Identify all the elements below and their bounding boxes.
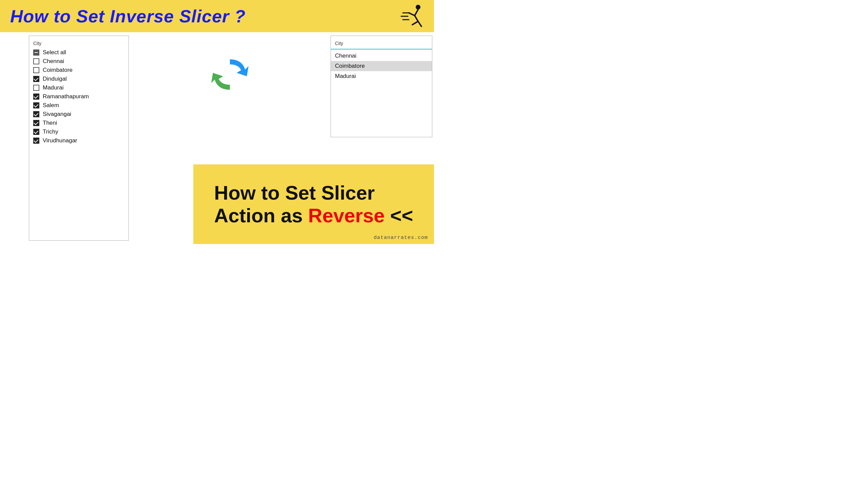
- checkbox-coimbatore[interactable]: [33, 67, 39, 73]
- item-label: Salem: [43, 102, 59, 109]
- checkbox-salem[interactable]: [33, 102, 39, 108]
- item-label: Sivagangai: [43, 111, 71, 118]
- left-slicer-title: City: [29, 39, 129, 48]
- item-label: Trichy: [43, 128, 58, 135]
- checkbox-ramanathapuram[interactable]: [33, 94, 39, 100]
- main-content: City Select all Chennai Coimbatore Dindu…: [0, 32, 434, 244]
- item-label: Select all: [43, 49, 66, 56]
- item-label: Madurai: [43, 84, 63, 91]
- list-item[interactable]: Coimbatore: [29, 66, 129, 75]
- checkbox-virudhunagar[interactable]: [33, 138, 39, 144]
- header-title: How to Set Inverse Slicer ?: [10, 6, 246, 26]
- list-item[interactable]: Select all: [29, 48, 129, 57]
- bottom-line2: Action as Reverse <<: [214, 204, 413, 226]
- item-label: Ramanathapuram: [43, 93, 89, 100]
- item-label: Theni: [43, 120, 57, 126]
- header-banner: How to Set Inverse Slicer ?: [0, 0, 434, 32]
- svg-point-0: [416, 5, 420, 9]
- list-item[interactable]: Salem: [29, 101, 129, 110]
- svg-line-3: [415, 16, 418, 21]
- list-item[interactable]: Madurai: [331, 71, 432, 81]
- list-item[interactable]: Sivagangai: [29, 110, 129, 119]
- checkbox-madurai[interactable]: [33, 85, 39, 91]
- list-item[interactable]: Virudhunagar: [29, 136, 129, 145]
- item-label: Coimbatore: [335, 63, 365, 69]
- bottom-line1: How to Set Slicer: [214, 182, 375, 204]
- domain-label: datanarrates.com: [372, 234, 430, 241]
- item-label: Virudhunagar: [43, 137, 77, 144]
- checkbox-sivagangai[interactable]: [33, 111, 39, 117]
- bottom-text: How to Set Slicer Action as Reverse <<: [214, 182, 413, 227]
- list-item[interactable]: Chennai: [331, 51, 432, 61]
- list-item[interactable]: Coimbatore: [331, 61, 432, 71]
- list-item[interactable]: Chennai: [29, 57, 129, 66]
- running-man-icon: [398, 2, 427, 30]
- svg-line-1: [415, 9, 418, 16]
- checkbox-dinduigal[interactable]: [33, 76, 39, 82]
- left-slicer-panel: City Select all Chennai Coimbatore Dindu…: [29, 36, 129, 241]
- item-label: Coimbatore: [43, 67, 73, 74]
- reverse-word: Reverse: [308, 204, 385, 226]
- item-label: Chennai: [335, 53, 356, 59]
- svg-line-4: [412, 21, 418, 25]
- sync-arrows-icon: [208, 53, 252, 97]
- list-item[interactable]: Ramanathapuram: [29, 92, 129, 101]
- list-item[interactable]: Trichy: [29, 127, 129, 136]
- right-slicer-panel: City Chennai Coimbatore Madurai: [331, 36, 432, 137]
- list-item[interactable]: Madurai: [29, 83, 129, 92]
- item-label: Madurai: [335, 73, 356, 79]
- checkbox-select-all[interactable]: [33, 49, 39, 56]
- checkbox-trichy[interactable]: [33, 129, 39, 135]
- right-slicer-title: City: [331, 39, 432, 49]
- checkbox-chennai[interactable]: [33, 58, 39, 64]
- list-item[interactable]: Theni: [29, 119, 129, 127]
- item-label: Dinduigal: [43, 76, 67, 82]
- right-wrapper: City Chennai Coimbatore Madurai How to S…: [331, 32, 432, 244]
- bottom-banner: How to Set Slicer Action as Reverse <<: [193, 164, 434, 244]
- list-item[interactable]: Dinduigal: [29, 75, 129, 83]
- item-label: Chennai: [43, 58, 64, 65]
- svg-line-5: [418, 21, 421, 26]
- checkbox-theni[interactable]: [33, 120, 39, 126]
